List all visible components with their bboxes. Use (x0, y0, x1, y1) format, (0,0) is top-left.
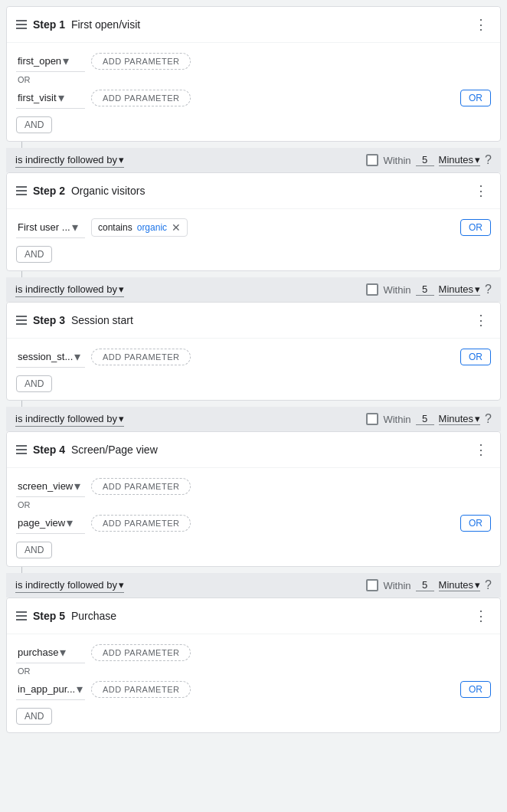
step-3-name: Session start (71, 314, 133, 326)
chip-keyword: organic (137, 222, 167, 233)
event-name-first-visit: first_visit (18, 92, 57, 103)
unit-label-3: Minutes (439, 413, 474, 424)
event-row-session: session_st... ▾ ADD PARAMETER OR (16, 346, 491, 368)
event-select-first-user[interactable]: First user ... ▾ (16, 217, 85, 238)
step-3-title: Step 3 Session start (33, 314, 471, 326)
help-icon-2[interactable]: ? (485, 283, 492, 296)
and-btn-step2[interactable]: AND (16, 246, 52, 263)
step-4-more-icon[interactable]: ⋮ (471, 440, 491, 460)
step-4-number: Step 4 (33, 444, 65, 456)
step-4-name: Screen/Page view (71, 444, 158, 456)
step-1-number: Step 1 (33, 18, 65, 31)
contains-label: contains (98, 222, 132, 233)
connector-arrow-4: ▾ (119, 579, 124, 591)
event-select-purchase[interactable]: purchase ▾ (16, 642, 85, 663)
within-value-1: 5 (416, 154, 434, 166)
add-param-btn-first-open[interactable]: ADD PARAMETER (91, 53, 191, 70)
connector-select-3[interactable]: is indirectly followed by ▾ (15, 411, 124, 427)
event-select-first-visit[interactable]: first_visit ▾ (16, 87, 85, 109)
add-param-btn-page-view[interactable]: ADD PARAMETER (91, 515, 191, 532)
step-3-number: Step 3 (33, 314, 65, 326)
unit-arrow-1: ▾ (475, 154, 480, 165)
step-1-more-icon[interactable]: ⋮ (471, 15, 491, 34)
connector-3-wrap: is indirectly followed by ▾ Within 5 Min… (6, 401, 501, 431)
add-param-btn-session[interactable]: ADD PARAMETER (91, 349, 191, 365)
help-icon-3[interactable]: ? (485, 412, 492, 426)
add-param-btn-purchase[interactable]: ADD PARAMETER (91, 644, 191, 661)
within-label-2: Within (383, 284, 411, 296)
within-unit-1[interactable]: Minutes ▾ (439, 154, 481, 166)
within-checkbox-2[interactable] (366, 283, 378, 296)
or-separator-4: OR (18, 500, 31, 509)
dropdown-arrow-screen-view: ▾ (74, 479, 80, 493)
within-unit-2[interactable]: Minutes ▾ (439, 283, 481, 296)
connector-select-1[interactable]: is indirectly followed by ▾ (15, 152, 124, 168)
unit-arrow-4: ▾ (475, 579, 480, 591)
step-5-more-icon[interactable]: ⋮ (471, 606, 491, 626)
event-row-page-view: page_view ▾ ADD PARAMETER OR (16, 512, 491, 534)
within-checkbox-3[interactable] (366, 413, 378, 425)
page: Step 1 First open/visit ⋮ first_open ▾ A… (0, 0, 507, 739)
and-btn-step5[interactable]: AND (16, 708, 52, 725)
connector-select-2[interactable]: is indirectly followed by ▾ (15, 282, 124, 297)
add-param-btn-screen-view[interactable]: ADD PARAMETER (91, 478, 191, 495)
event-select-screen-view[interactable]: screen_view ▾ (16, 476, 85, 497)
step-card-1: Step 1 First open/visit ⋮ first_open ▾ A… (6, 6, 501, 142)
step-4-header: Step 4 Screen/Page view ⋮ (7, 432, 500, 468)
within-checkbox-1[interactable] (366, 154, 378, 166)
add-param-btn-in-app-pur[interactable]: ADD PARAMETER (91, 681, 191, 698)
chip-close-icon[interactable]: ✕ (172, 222, 181, 233)
within-unit-4[interactable]: Minutes ▾ (439, 579, 481, 591)
or-separator-1: OR (18, 75, 31, 84)
and-btn-step1[interactable]: AND (16, 116, 52, 133)
event-name-first-open: first_open (18, 55, 61, 67)
event-select-page-view[interactable]: page_view ▾ (16, 512, 85, 534)
step-4-title: Step 4 Screen/Page view (33, 444, 471, 456)
connector-row-1: is indirectly followed by ▾ Within 5 Min… (6, 148, 501, 172)
or-label-row-1: OR (16, 75, 491, 84)
drag-handle-icon-3 (16, 316, 27, 325)
drag-handle-icon-2 (16, 186, 27, 195)
and-btn-step3[interactable]: AND (16, 375, 52, 392)
or-btn-step2[interactable]: OR (460, 219, 491, 236)
step-2-number: Step 2 (33, 185, 65, 197)
contains-chip: contains organic ✕ (91, 218, 188, 237)
event-select-session[interactable]: session_st... ▾ (16, 346, 85, 368)
step-card-3: Step 3 Session start ⋮ session_st... ▾ A… (6, 302, 501, 401)
unit-label-1: Minutes (439, 154, 474, 165)
or-btn-step1[interactable]: OR (460, 90, 491, 106)
step-2-name: Organic visitors (71, 185, 145, 197)
dropdown-arrow-first-open: ▾ (63, 54, 69, 68)
connector-row-2: is indirectly followed by ▾ Within 5 Min… (6, 277, 501, 302)
event-select-in-app-pur[interactable]: in_app_pur... ▾ (16, 679, 85, 700)
dropdown-arrow-first-visit: ▾ (58, 90, 64, 105)
step-1-header: Step 1 First open/visit ⋮ (7, 7, 500, 43)
connector-label-2: is indirectly followed by (15, 283, 117, 295)
connector-select-4[interactable]: is indirectly followed by ▾ (15, 578, 124, 593)
add-param-btn-first-visit[interactable]: ADD PARAMETER (91, 90, 191, 106)
dropdown-arrow-first-user: ▾ (72, 220, 78, 234)
unit-arrow-3: ▾ (475, 413, 480, 424)
within-unit-3[interactable]: Minutes ▾ (439, 413, 481, 425)
dropdown-arrow-in-app-pur: ▾ (77, 682, 83, 696)
unit-label-4: Minutes (439, 579, 474, 591)
help-icon-1[interactable]: ? (485, 153, 492, 167)
or-btn-step5[interactable]: OR (460, 681, 491, 698)
step-3-more-icon[interactable]: ⋮ (471, 310, 491, 330)
step-2-more-icon[interactable]: ⋮ (471, 181, 491, 201)
or-btn-step3[interactable]: OR (460, 349, 491, 365)
within-label-3: Within (383, 414, 411, 425)
connector-line-1 (21, 142, 22, 148)
step-2-header: Step 2 Organic visitors ⋮ (7, 173, 500, 209)
step-5-number: Step 5 (33, 610, 65, 622)
event-select-first-open[interactable]: first_open ▾ (16, 51, 85, 72)
drag-handle-icon-5 (16, 611, 27, 620)
and-btn-step4[interactable]: AND (16, 542, 52, 558)
event-name-page-view: page_view (18, 517, 65, 529)
event-row-first-user: First user ... ▾ contains organic ✕ OR (16, 217, 491, 238)
step-2-title: Step 2 Organic visitors (33, 185, 471, 197)
step-4-body: screen_view ▾ ADD PARAMETER OR page_view… (7, 468, 500, 566)
or-btn-step4[interactable]: OR (460, 515, 491, 532)
within-checkbox-4[interactable] (366, 579, 378, 591)
help-icon-4[interactable]: ? (485, 578, 492, 592)
